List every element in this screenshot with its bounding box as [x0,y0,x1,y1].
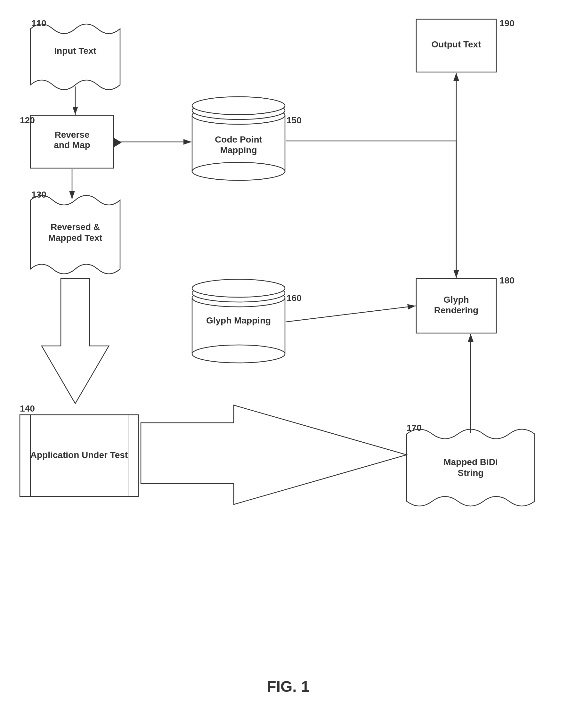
node-180 [416,279,496,333]
node-190 [416,19,496,72]
node-150-label2: Mapping [220,145,257,155]
node-110 [30,24,120,90]
figure-caption: FIG. 1 [267,678,309,695]
svg-point-7 [192,106,285,124]
label-160: 160 [287,293,301,303]
svg-point-9 [192,97,285,115]
svg-marker-26 [41,279,109,403]
svg-point-13 [192,284,285,302]
svg-point-10 [192,162,285,180]
node-130 [30,195,120,274]
node-120-label: Reverse [55,130,90,140]
svg-rect-3 [20,415,138,497]
node-170-label: Mapped BiDi [443,457,498,467]
label-120: 120 [20,115,35,125]
label-190: 190 [499,18,515,28]
node-160 [192,279,285,363]
node-110-label: Input Text [54,46,96,56]
node-120-label2: and Map [54,140,90,150]
svg-line-23 [286,306,415,322]
svg-rect-17 [416,19,496,72]
node-140 [20,415,138,497]
node-190-label: Output Text [431,39,481,49]
node-180-label2: Rendering [434,305,478,315]
svg-rect-6 [192,115,285,171]
label-110: 110 [31,18,47,28]
node-160-label: Glyph Mapping [206,315,271,326]
node-150-label: Code Point [215,135,262,144]
label-130: 130 [31,190,47,199]
svg-point-15 [192,345,285,363]
node-120 [30,115,122,168]
svg-marker-27 [141,405,407,504]
label-170: 170 [407,423,422,433]
node-130-label: Reversed & [51,222,100,232]
node-170-label2: String [458,468,484,478]
node-170 [407,429,535,506]
svg-rect-11 [192,298,285,354]
label-180: 180 [499,275,515,285]
label-150: 150 [287,115,301,125]
node-150 [192,97,285,180]
svg-point-8 [192,102,285,119]
label-140: 140 [20,403,35,414]
svg-rect-16 [416,279,496,333]
node-130-label2: Mapped Text [48,233,102,243]
node-140-label: Application Under Test [30,450,128,460]
svg-point-14 [192,279,285,297]
diagram: 110 120 130 140 150 160 170 180 190 Inpu… [0,0,576,728]
node-180-label: Glyph [443,295,469,305]
svg-point-12 [192,289,285,307]
svg-marker-2 [114,138,122,147]
svg-rect-1 [30,115,114,168]
